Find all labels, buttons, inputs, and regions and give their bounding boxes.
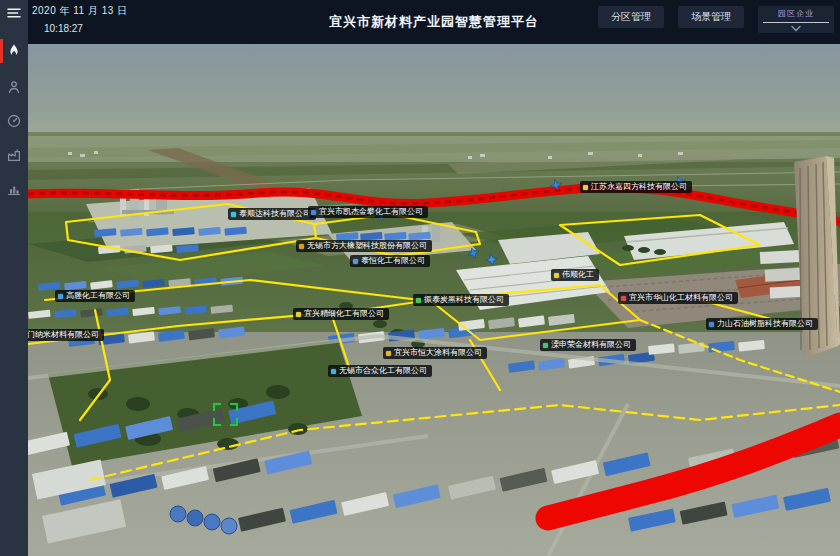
sidebar-item-statistics[interactable] — [0, 174, 28, 204]
company-label[interactable]: 伟顺化工 — [551, 269, 599, 281]
scene-management-button[interactable]: 场景管理 — [678, 6, 744, 28]
company-name: 无锡市合众化工有限公司 — [339, 367, 427, 375]
company-logo-icon — [554, 273, 559, 278]
sidebar-item-personnel[interactable] — [0, 72, 28, 102]
company-name: 无锡市方大橡塑科技股份有限公司 — [307, 242, 427, 250]
company-label[interactable]: 力山石油树脂科技有限公司 — [706, 318, 818, 330]
company-name: 宜兴精细化工有限公司 — [304, 310, 384, 318]
company-name: 振泰炭黑科技有限公司 — [424, 296, 504, 304]
company-logo-icon — [58, 294, 63, 299]
company-label[interactable]: 高塍化工有限公司 — [55, 290, 135, 302]
factory-icon — [6, 147, 22, 163]
gauge-icon — [6, 113, 22, 129]
header-actions: 分区管理 场景管理 园区企业 — [598, 6, 834, 33]
zone-management-button[interactable]: 分区管理 — [598, 6, 664, 28]
company-name: 宜兴市门纳米材料有限公司 — [28, 331, 99, 339]
company-label[interactable]: 无锡市方大橡塑科技股份有限公司 — [296, 240, 432, 252]
company-logo-icon — [583, 185, 588, 190]
company-label[interactable]: 宜兴市恒大涂料有限公司 — [383, 347, 487, 359]
company-label[interactable]: 无锡市合众化工有限公司 — [328, 365, 432, 377]
company-label[interactable]: 宜兴市门纳米材料有限公司 — [28, 329, 104, 341]
company-logo-icon — [386, 351, 391, 356]
company-label[interactable]: 振泰炭黑科技有限公司 — [413, 294, 509, 306]
company-logo-icon — [543, 343, 548, 348]
sidebar-item-enterprise[interactable] — [0, 140, 28, 170]
company-label[interactable]: 宜兴市华山化工材料有限公司 — [618, 292, 738, 304]
company-label[interactable]: 泰恒化工有限公司 — [350, 255, 430, 267]
sidebar-item-gauge-monitor[interactable] — [0, 106, 28, 136]
company-name: 宜兴市恒大涂料有限公司 — [394, 349, 482, 357]
company-logo-icon — [311, 210, 316, 215]
menu-icon — [6, 5, 22, 21]
sidebar-item-menu[interactable] — [0, 0, 28, 26]
sidebar-item-fire-monitor[interactable] — [0, 36, 28, 66]
person-icon — [6, 79, 22, 95]
company-name: 宜兴市华山化工材料有限公司 — [629, 294, 733, 302]
company-logo-icon — [353, 259, 358, 264]
enterprise-dropdown-label: 园区企业 — [762, 8, 830, 19]
company-name: 泰顺达科技有限公司 — [239, 210, 311, 218]
flame-icon — [6, 43, 22, 59]
selection-brackets — [213, 403, 238, 426]
company-name: 伟顺化工 — [562, 271, 594, 279]
company-name: 宜兴市凯杰金攀化工有限公司 — [319, 208, 423, 216]
company-name: 溧申荣金材料有限公司 — [551, 341, 631, 349]
company-logo-icon — [296, 312, 301, 317]
app-window: 2020 年 11 月 13 日 10:18:27 宜兴市新材料产业园智慧管理平… — [0, 0, 840, 556]
company-label[interactable]: 宜兴精细化工有限公司 — [293, 308, 389, 320]
company-logo-icon — [621, 296, 626, 301]
company-name: 江苏永嘉四方科技有限公司 — [591, 183, 687, 191]
chevron-down-icon — [790, 25, 802, 32]
company-logo-icon — [299, 244, 304, 249]
bar-chart-icon — [6, 181, 22, 197]
enterprise-dropdown[interactable]: 园区企业 — [758, 6, 834, 33]
company-logo-icon — [231, 212, 236, 217]
company-logo-icon — [709, 322, 714, 327]
sidebar — [0, 0, 28, 556]
map-canvas[interactable]: 泰顺达科技有限公司 宜兴市凯杰金攀化工有限公司 无锡市方大橡塑科技股份有限公司 … — [28, 44, 840, 556]
company-name: 泰恒化工有限公司 — [361, 257, 425, 265]
divider — [763, 22, 829, 23]
company-label[interactable]: 溧申荣金材料有限公司 — [540, 339, 636, 351]
company-name: 高塍化工有限公司 — [66, 292, 130, 300]
company-logo-icon — [416, 298, 421, 303]
company-label[interactable]: 泰顺达科技有限公司 — [228, 208, 316, 220]
company-label[interactable]: 江苏永嘉四方科技有限公司 — [580, 181, 692, 193]
company-name: 力山石油树脂科技有限公司 — [717, 320, 813, 328]
company-label[interactable]: 宜兴市凯杰金攀化工有限公司 — [308, 206, 428, 218]
header-bar: 2020 年 11 月 13 日 10:18:27 宜兴市新材料产业园智慧管理平… — [28, 0, 840, 44]
company-logo-icon — [331, 369, 336, 374]
